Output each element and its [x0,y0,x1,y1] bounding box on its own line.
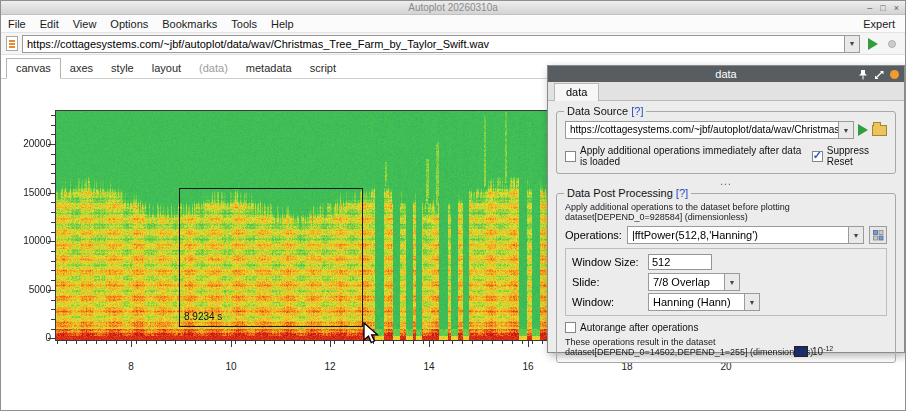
axis-tick [51,261,55,262]
dialog-url-input[interactable]: https://cottagesystems.com/~jbf/autoplot… [565,121,838,139]
tab-canvas[interactable]: canvas [6,58,61,79]
address-input[interactable]: https://cottagesystems.com/~jbf/autoplot… [22,35,844,53]
collapse-handle[interactable]: ... [556,176,896,187]
apply-immediately-checkbox[interactable] [565,151,576,162]
expert-menu[interactable]: Expert [853,18,905,30]
post-processing-title: Data Post Processing [567,187,673,199]
dialog-controls [858,69,899,80]
dialog-url-combo[interactable]: https://cottagesystems.com/~jbf/autoplot… [565,121,854,139]
slide-dropdown-icon[interactable]: ▼ [724,273,740,291]
axis-tick [284,341,285,344]
x-axis-tick-label: 8 [119,361,143,372]
axis-tick [344,341,345,344]
slide-row: Slide: 7/8 Overlap ▼ [572,272,880,292]
axis-tick [51,329,55,330]
menu-bookmarks[interactable]: Bookmarks [155,18,224,30]
dialog-tab-data[interactable]: data [554,83,599,101]
window-value[interactable]: Hanning (Hann) [648,293,744,311]
axis-tick [522,341,523,344]
axis-tick [51,319,55,320]
dialog-url-dropdown-icon[interactable]: ▼ [838,121,854,139]
expand-icon[interactable] [874,70,884,80]
post-processing-help-link[interactable]: [?] [676,187,688,199]
x-axis-tick-label: 12 [318,361,342,372]
tab-style[interactable]: style [102,59,143,78]
dialog-go-play-button[interactable] [858,124,868,136]
axis-tick [156,341,157,344]
axis-tick [330,341,331,347]
slide-value[interactable]: 7/8 Overlap [648,273,724,291]
axis-tick [542,341,543,344]
window-controls: – □ × [867,1,899,15]
axis-tick [264,341,265,344]
tab-script[interactable]: script [301,59,345,78]
operations-label: Operations: [565,229,622,241]
dialog-url-row: https://cottagesystems.com/~jbf/autoplot… [565,121,887,139]
axis-tick [76,341,77,344]
operations-combo[interactable]: |fftPower(512,8,'Hanning') ▼ [627,226,864,244]
menu-file[interactable]: File [1,18,33,30]
post-processing-description: Apply additional operations to the datas… [565,202,887,212]
axis-tick [66,341,67,344]
address-bar: https://cottagesystems.com/~jbf/autoplot… [1,33,905,55]
window-titlebar[interactable]: Autoplot 20260310a – □ × [1,1,905,15]
menu-tools[interactable]: Tools [224,18,264,30]
axis-tick [51,173,55,174]
tab-layout[interactable]: layout [143,59,190,78]
address-dropdown-icon[interactable]: ▼ [844,35,860,53]
menu-view[interactable]: View [66,18,104,30]
axis-tick [225,341,226,344]
pin-icon[interactable] [858,69,868,80]
suppress-reset-checkbox[interactable]: ✓ [812,151,823,162]
x-axis-tick-label: 14 [417,361,441,372]
axis-tick [185,341,186,344]
axis-tick [334,341,335,344]
axis-tick [51,309,55,310]
menu-help[interactable]: Help [264,18,301,30]
data-source-options-row: Apply additional operations immediately … [565,145,887,167]
menu-options[interactable]: Options [103,18,155,30]
dialog-titlebar[interactable]: data [548,66,904,82]
window-select[interactable]: Hanning (Hann) ▼ [648,293,760,311]
slide-select[interactable]: 7/8 Overlap ▼ [648,273,740,291]
axis-tick [433,341,434,344]
axis-tick [86,341,87,344]
tab-metadata[interactable]: metadata [237,59,301,78]
dialog-body: Data Source [?] https://cottagesystems.c… [548,101,904,363]
axis-tick [353,341,354,344]
tab-axes[interactable]: axes [61,59,102,78]
undock-close-icon[interactable] [890,70,899,79]
menu-edit[interactable]: Edit [33,18,66,30]
axis-tick [429,341,430,347]
window-title: Autoplot 20260310a [408,2,498,13]
go-play-button[interactable] [868,38,878,50]
axis-tick [512,341,513,344]
tab-data[interactable]: (data) [190,59,237,78]
axis-tick [51,164,55,165]
axis-tick [403,341,404,344]
colorbar-exponent-label: 10-12 [812,345,833,357]
operations-input[interactable]: |fftPower(512,8,'Hanning') [627,226,848,244]
operations-dropdown-icon[interactable]: ▼ [848,226,864,244]
data-source-help-link[interactable]: [?] [631,105,643,117]
autorange-checkbox[interactable] [565,322,576,333]
close-icon[interactable]: × [894,1,899,15]
window-size-input[interactable]: 512 [648,254,712,270]
filters-editor-button[interactable] [869,226,887,244]
axis-tick [165,341,166,344]
axis-tick [462,341,463,344]
axis-tick [51,202,55,203]
axis-tick [51,251,55,252]
minimize-icon[interactable]: – [867,1,872,15]
window-dropdown-icon[interactable]: ▼ [744,293,760,311]
address-combo[interactable]: https://cottagesystems.com/~jbf/autoplot… [22,35,860,53]
axis-tick [231,341,232,347]
maximize-icon[interactable]: □ [880,1,885,15]
post-processing-group: Data Post Processing [?] Apply additiona… [556,193,896,363]
colorbar-end-swatch [794,346,808,357]
axis-tick [136,341,137,344]
file-browse-folder-icon[interactable] [872,125,887,136]
y-axis-tick-label: 15000 [15,187,51,198]
window-size-row: Window Size: 512 [572,252,880,272]
axis-tick [502,341,503,344]
